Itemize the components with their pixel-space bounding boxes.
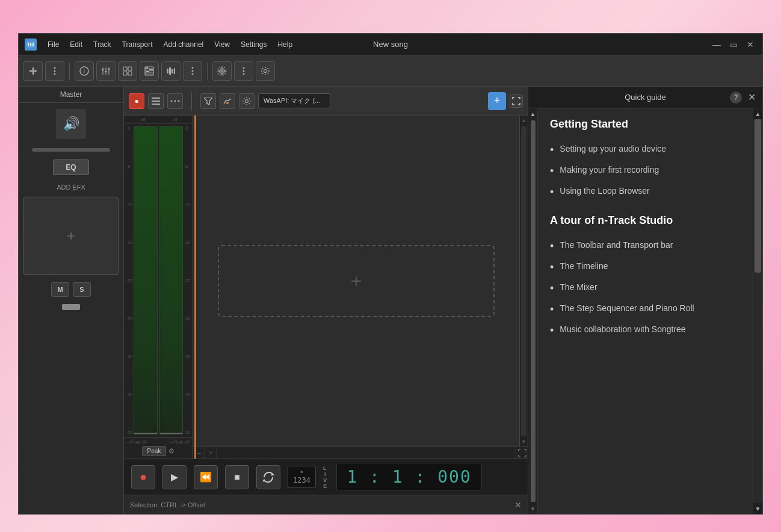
guide-scroll-down-btn[interactable]: ▼ <box>530 503 536 514</box>
maximize-button[interactable]: ▭ <box>727 40 739 49</box>
guide-item-first-recording[interactable]: • Making your first recording <box>550 160 741 181</box>
scroll-up-btn[interactable]: ▲ <box>520 116 528 125</box>
svg-point-38 <box>243 67 245 69</box>
svg-rect-3 <box>32 43 34 46</box>
bullet-icon-8: • <box>550 325 554 336</box>
guide-item-step-seq-label[interactable]: The Step Sequencer and Piano Roll <box>560 303 694 313</box>
guide-item-step-seq[interactable]: • The Step Sequencer and Piano Roll <box>550 298 741 320</box>
svg-rect-1 <box>28 43 29 46</box>
track-filter-button[interactable] <box>200 93 216 109</box>
svg-rect-12 <box>102 69 104 70</box>
svg-rect-27 <box>167 69 168 73</box>
fit-button[interactable] <box>516 447 528 459</box>
eq-button[interactable]: EQ <box>53 159 88 175</box>
toolbar: i <box>19 55 762 87</box>
track-content: + <box>193 116 519 447</box>
svg-point-45 <box>171 100 173 102</box>
scroll-down-btn[interactable]: ▼ <box>520 437 528 447</box>
mixer-button[interactable] <box>96 61 116 81</box>
transport-play-button[interactable]: ▶ <box>162 465 187 489</box>
guide-item-songtree[interactable]: • Music collaboration with Songtree <box>550 320 741 341</box>
guide-scroll-thumb-left[interactable] <box>531 120 536 502</box>
connections-button[interactable] <box>212 61 232 81</box>
transport-rewind-button[interactable]: ⏪ <box>194 465 218 489</box>
menu-transport[interactable]: Transport <box>117 39 158 51</box>
guide-item-loop-browser-label[interactable]: Using the Loop Browser <box>560 186 649 196</box>
bullet-icon-3: • <box>550 187 554 197</box>
svg-point-40 <box>243 73 245 75</box>
toolbar-more3-button[interactable] <box>234 61 253 81</box>
quick-guide-close-icon[interactable]: ✕ <box>745 91 758 104</box>
guide-item-loop-browser[interactable]: • Using the Loop Browser <box>550 181 741 202</box>
master-fader[interactable] <box>32 148 110 152</box>
scroll-thumb[interactable] <box>521 126 526 436</box>
guide-item-mixer-label[interactable]: The Mixer <box>560 282 597 292</box>
vu-bar-right <box>159 126 183 435</box>
peak-settings-icon[interactable]: ⚙ <box>168 447 174 455</box>
track-automation-button[interactable] <box>220 93 235 109</box>
toolbar-settings-button[interactable] <box>256 61 275 81</box>
master-volume-thumb[interactable] <box>62 304 80 310</box>
track-scroll-fit-button[interactable] <box>510 94 523 108</box>
info-button[interactable]: i <box>75 61 94 81</box>
transport-record-button[interactable]: ● <box>131 465 155 489</box>
guide-item-songtree-label[interactable]: Music collaboration with Songtree <box>560 324 685 334</box>
vu-bar-left <box>134 126 157 435</box>
mute-button[interactable]: M <box>51 282 69 297</box>
bullet-icon-2: • <box>550 165 554 176</box>
piano-roll-button[interactable] <box>140 61 159 81</box>
toolbar-more-button[interactable] <box>45 61 64 81</box>
guide-right-scroll-up-btn[interactable]: ▲ <box>755 108 761 119</box>
add-track-button[interactable]: + <box>488 92 506 110</box>
step-seq-button[interactable] <box>161 61 181 81</box>
solo-button[interactable]: S <box>73 282 91 297</box>
guide-item-timeline[interactable]: • The Timeline <box>550 256 741 277</box>
v-scrollbar[interactable]: ▲ ▼ <box>519 116 528 447</box>
close-button[interactable]: ✕ <box>744 40 756 49</box>
menu-add-channel[interactable]: Add channel <box>159 39 209 51</box>
guide-item-first-recording-label[interactable]: Making your first recording <box>560 165 659 175</box>
guide-scroll-up-btn[interactable]: ▲ <box>530 108 536 119</box>
guide-item-timeline-label[interactable]: The Timeline <box>560 261 608 271</box>
svg-point-50 <box>245 99 248 102</box>
menu-help[interactable]: Help <box>273 39 297 51</box>
toolbar-more2-button[interactable] <box>183 61 202 81</box>
menu-view[interactable]: View <box>209 39 235 51</box>
vu-scale-numbers: -3 -9 -15 -21 -27 -33 -39 -45 -51 <box>125 126 134 435</box>
transport-stop-button[interactable]: ■ <box>225 465 249 489</box>
bullet-icon-7: • <box>550 304 554 315</box>
record-button[interactable]: ● <box>129 93 144 109</box>
track-dots-button[interactable] <box>167 93 183 109</box>
svg-rect-30 <box>174 68 175 74</box>
minimize-button[interactable]: — <box>711 40 723 49</box>
menu-file[interactable]: File <box>43 39 64 51</box>
guide-scroll-right: ▲ ▼ <box>753 108 762 514</box>
content-area: Master 🔊 EQ ADD EFX + M S ● <box>19 87 762 514</box>
guide-item-toolbar[interactable]: • The Toolbar and Transport bar <box>550 235 741 256</box>
move-tool-button[interactable] <box>23 61 43 81</box>
svg-point-33 <box>192 73 194 75</box>
track-settings-button[interactable] <box>239 93 255 109</box>
transport-loop-button[interactable] <box>256 465 280 489</box>
track-menu-button[interactable] <box>148 93 164 109</box>
menu-track[interactable]: Track <box>88 39 116 51</box>
guide-right-scroll-down-btn[interactable]: ▼ <box>755 503 761 514</box>
guide-item-audio-device[interactable]: • Setting up your audio device <box>550 139 741 160</box>
svg-point-31 <box>192 67 194 69</box>
menu-edit[interactable]: Edit <box>65 39 87 51</box>
add-efx-box[interactable]: + <box>23 197 119 275</box>
zoom-plus-button[interactable]: + <box>205 447 217 459</box>
guide-item-audio-device-label[interactable]: Setting up your audio device <box>560 144 666 153</box>
patterns-button[interactable] <box>118 61 137 81</box>
guide-right-scroll-thumb[interactable] <box>755 119 761 273</box>
status-close-button[interactable]: ✕ <box>514 500 522 510</box>
quick-guide-help-icon[interactable]: ? <box>730 91 742 104</box>
add-track-placeholder[interactable]: + <box>218 245 495 317</box>
menu-settings[interactable]: Settings <box>236 39 271 51</box>
bullet-icon-5: • <box>550 262 554 273</box>
timeline-wrapper: ▲ ▼ + − + <box>193 116 528 459</box>
toolbar-separator-2 <box>207 62 208 80</box>
guide-item-toolbar-label[interactable]: The Toolbar and Transport bar <box>560 240 673 250</box>
svg-point-46 <box>174 100 176 102</box>
guide-item-mixer[interactable]: • The Mixer <box>550 277 741 298</box>
